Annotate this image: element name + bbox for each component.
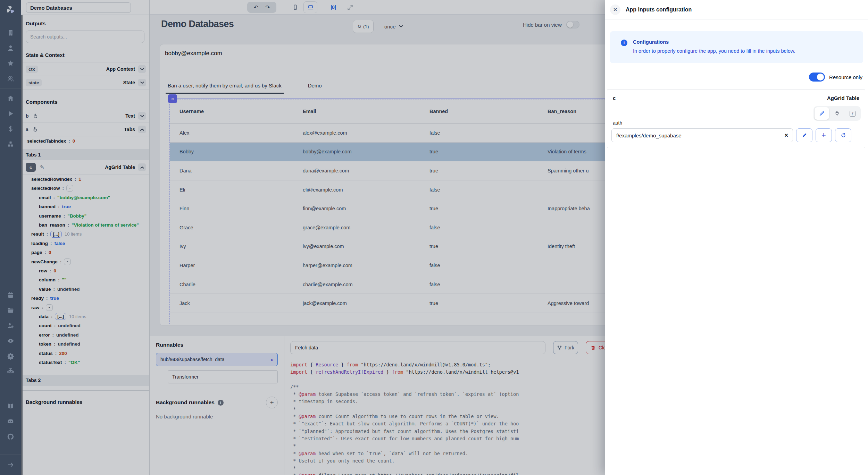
canvas-tab-1[interactable]: Demo [306,83,324,94]
state-row-token[interactable]: token:undefined [21,339,149,348]
state-row-row[interactable]: row:0 [21,266,149,275]
resource-path-input[interactable]: f/examples/demo_supabase × [611,128,793,142]
folder-icon[interactable] [0,303,21,318]
github-icon[interactable] [0,429,21,444]
clear-icon[interactable]: × [784,132,788,139]
add-background-runnable-button[interactable]: + [266,397,278,408]
state-row-raw[interactable]: raw:- [21,303,149,312]
tabs1-section-header[interactable]: Tabs 1 [21,149,149,160]
home-icon[interactable] [0,91,21,106]
eye-icon[interactable] [0,333,21,348]
run-mode-dropdown[interactable]: once [381,20,407,33]
state-row-newChange[interactable]: newChange:- [21,257,149,266]
selected-component-badge[interactable]: c [168,94,177,103]
chevron-down-icon[interactable] [138,79,146,86]
output-row-state[interactable]: stateState [21,76,149,90]
users-icon[interactable] [0,71,21,86]
state-row-status[interactable]: status:200 [21,349,149,358]
background-runnables-title: Background runnables [21,399,149,405]
search-outputs-input[interactable]: Search outputs... [26,31,144,43]
edit-resource-button[interactable] [796,128,812,142]
state-value: "bobby@example.com" [57,195,110,200]
grid-header-banned[interactable]: Banned [429,109,548,114]
users-gear-icon[interactable] [0,318,21,333]
calendar-icon[interactable] [0,287,21,303]
state-row-page[interactable]: page:0 [21,248,149,257]
text-component: bobby@example.com [165,50,222,57]
state-row-error[interactable]: error:undefined [21,330,149,339]
state-value[interactable]: - [46,304,53,311]
app-name-input[interactable]: Demo Databases [26,2,131,13]
grid-header-email[interactable]: Email [303,109,429,114]
output-row-a[interactable]: aTabs [21,123,149,136]
state-row-ban_reason[interactable]: ban_reason:"Violation of terms of servic… [21,220,149,229]
state-key: raw [31,305,39,310]
state-row-selectedRowIndex[interactable]: selectedRowIndex:1 [21,175,149,184]
colon: : [65,360,66,365]
state-row-data[interactable]: data:[...]10 items [21,312,149,321]
arrow-right-icon[interactable] [0,457,21,472]
chevron-down-icon[interactable] [138,112,146,120]
state-row-result[interactable]: result:[...]10 items [21,230,149,239]
panel-scrollbar[interactable] [21,15,23,475]
refresh-resource-button[interactable] [835,128,851,142]
state-row-email[interactable]: email:"bobby@example.com" [21,193,149,202]
tabs2-section-header[interactable]: Tabs 2 [21,375,149,386]
undo-icon[interactable]: ↶ [254,4,258,11]
state-row-value[interactable]: value:undefined [21,285,149,294]
state-row-selectedTabIndex[interactable]: selectedTabIndex:0 [21,136,149,145]
robot-icon[interactable] [0,364,21,379]
fullscreen-icon[interactable] [343,1,357,13]
state-value[interactable]: [...] [50,231,62,238]
center-align-icon[interactable]: |0| [326,1,340,13]
edit-component-icon[interactable]: ✎ [40,164,44,170]
state-value[interactable]: [...] [55,313,66,320]
star-icon[interactable] [0,56,21,71]
settings-icon[interactable] [0,348,21,364]
resource-only-toggle[interactable] [809,73,825,82]
refresh-button[interactable]: ↻ (1) [353,20,374,33]
state-row-banned[interactable]: banned:true [21,202,149,211]
state-row-column[interactable]: column:"" [21,275,149,285]
chevron-up-icon[interactable] [138,163,146,171]
grid-header-username[interactable]: Username [180,109,303,114]
output-row-ctx[interactable]: ctxApp Context [21,62,149,76]
building-icon[interactable] [0,25,21,40]
fork-button[interactable]: Fork [553,341,578,354]
chevron-down-icon[interactable] [138,65,146,73]
state-row-loading[interactable]: loading:false [21,239,149,248]
output-row-b[interactable]: bText [21,109,149,123]
state-row-statusText[interactable]: statusText:"OK" [21,358,149,367]
redo-icon[interactable]: ↷ [265,4,270,11]
runnable-item[interactable]: Transformer [168,370,278,383]
play-icon[interactable] [0,106,21,121]
state-row-username[interactable]: username:"Bobby" [21,211,149,220]
dollar-icon[interactable] [0,121,21,136]
book-icon[interactable] [0,398,21,414]
desktop-view-icon[interactable] [303,1,317,13]
mobile-view-icon[interactable] [288,1,302,13]
user-icon[interactable] [0,40,21,56]
colon: : [53,287,55,292]
runnable-item[interactable]: hub/943/supabase/fetch_datac [156,353,278,366]
windmill-logo[interactable] [0,0,21,19]
static-input-pencil-icon[interactable] [815,107,829,120]
info-icon: i [621,40,627,46]
component-id-badge: c [26,163,36,172]
grid-component-row[interactable]: c ✎ AgGrid Table [21,160,149,175]
state-value[interactable]: - [64,258,71,265]
runnable-name-input[interactable]: Fetch data [290,341,545,354]
connect-plug-icon[interactable] [830,107,844,120]
state-row-count[interactable]: count:undefined [21,321,149,330]
canvas-tab-0[interactable]: Ban a user, notify them by email, and us… [166,83,284,94]
state-row-ready[interactable]: ready:true [21,294,149,303]
discord-icon[interactable] [0,414,21,429]
state-row-selectedRow[interactable]: selectedRow:- [21,184,149,193]
hide-bar-toggle[interactable] [566,21,579,28]
chevron-up-icon[interactable] [138,126,146,133]
state-value[interactable]: - [66,185,73,192]
boxes-icon[interactable] [0,136,21,152]
close-icon[interactable]: ✕ [610,5,620,15]
add-resource-button[interactable]: + [816,128,832,142]
eval-function-icon[interactable]: f [845,107,860,120]
